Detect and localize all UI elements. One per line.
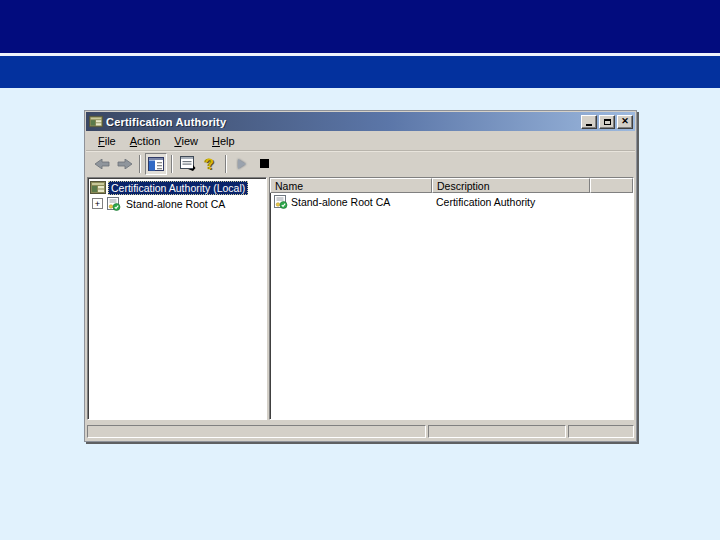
status-section-main	[87, 425, 426, 438]
status-section-right	[568, 425, 634, 438]
menu-help[interactable]: Help	[205, 133, 242, 149]
status-section-middle	[428, 425, 566, 438]
menu-action[interactable]: Action	[123, 133, 168, 149]
list-cell-name: Stand-alone Root CA	[291, 196, 390, 208]
minimize-button[interactable]	[581, 115, 597, 129]
export-list-button[interactable]	[177, 153, 199, 175]
app-window-icon	[89, 115, 103, 128]
maximize-button[interactable]	[599, 115, 615, 129]
close-button[interactable]: ✕	[617, 115, 633, 129]
close-icon: ✕	[621, 117, 629, 126]
stop-service-button[interactable]	[253, 153, 275, 175]
slide-background: Certification Authority ✕ File Action Vi…	[0, 0, 720, 540]
stop-service-icon	[260, 159, 269, 168]
tree-item-root-label[interactable]: Certification Authority (Local)	[108, 181, 248, 195]
title-bar[interactable]: Certification Authority ✕	[86, 112, 635, 131]
window-title: Certification Authority	[106, 116, 581, 128]
top-band	[0, 0, 720, 53]
certification-authority-icon	[90, 181, 106, 194]
ca-certificate-icon	[273, 195, 288, 209]
start-service-button[interactable]	[231, 153, 253, 175]
column-header-description[interactable]: Description	[432, 178, 590, 193]
tree-item-root[interactable]: Certification Authority (Local)	[90, 180, 266, 195]
export-list-icon	[180, 156, 196, 171]
help-icon: ?	[204, 154, 215, 172]
ca-certificate-icon	[106, 197, 121, 211]
back-arrow-icon	[95, 159, 110, 169]
console-tree-pane[interactable]: Certification Authority (Local) + Stand-…	[87, 177, 267, 420]
minimize-icon	[586, 124, 592, 126]
column-header-empty[interactable]	[590, 178, 633, 193]
tree-item-standalone-root-ca-label[interactable]: Stand-alone Root CA	[124, 198, 227, 210]
list-header-row: Name Description	[270, 178, 633, 193]
toolbar-separator	[225, 155, 227, 173]
toolbar-separator	[171, 155, 173, 173]
help-button[interactable]: ?	[199, 153, 221, 175]
status-bar	[86, 422, 635, 440]
console-body: Certification Authority (Local) + Stand-…	[86, 176, 635, 421]
menu-file[interactable]: File	[91, 133, 123, 149]
list-cell-description: Certification Authority	[432, 196, 590, 208]
start-service-icon	[238, 159, 246, 169]
menu-bar: File Action View Help	[86, 131, 635, 151]
back-button[interactable]	[91, 153, 113, 175]
column-header-name[interactable]: Name	[270, 178, 432, 193]
list-row-standalone-root-ca[interactable]: Stand-alone Root CA Certification Author…	[270, 193, 633, 210]
results-list-pane[interactable]: Name Description Stand	[269, 177, 634, 420]
forward-button[interactable]	[113, 153, 135, 175]
maximize-icon	[604, 119, 611, 125]
forward-arrow-icon	[117, 159, 132, 169]
certification-authority-window: Certification Authority ✕ File Action Vi…	[84, 110, 637, 442]
show-console-tree-button[interactable]	[145, 153, 167, 175]
toolbar: ?	[86, 151, 635, 177]
menu-view[interactable]: View	[167, 133, 205, 149]
expand-plus-icon[interactable]: +	[92, 198, 103, 209]
lower-band	[0, 56, 720, 88]
toolbar-separator	[139, 155, 141, 173]
tree-item-standalone-root-ca[interactable]: + Stand-alone Root CA	[90, 196, 266, 211]
console-tree-icon	[148, 157, 164, 171]
